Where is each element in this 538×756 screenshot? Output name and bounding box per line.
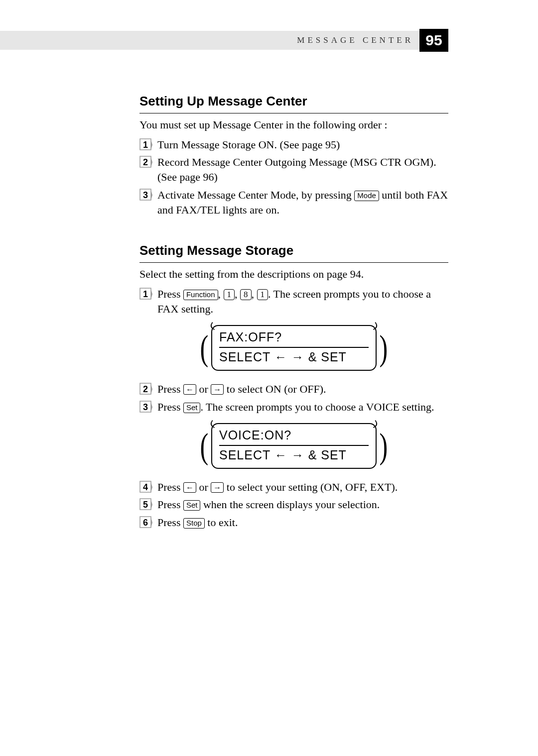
step-1: 1 Turn Message Storage ON. (See page 95) — [139, 137, 448, 152]
lcd-box: VOICE:ON? SELECT ← → & SET — [211, 423, 377, 469]
page: MESSAGE CENTER 95 Setting Up Message Cen… — [0, 0, 538, 756]
svg-marker-4 — [151, 157, 152, 167]
right-arrow-key: → — [211, 384, 224, 395]
lcd-line-1: VOICE:ON? — [219, 427, 369, 446]
step-3-pre: Activate Message Center Mode, by pressin… — [157, 189, 354, 201]
s2-step4-pre: Press — [157, 481, 183, 493]
step-3: 3 Activate Message Center Mode, by press… — [139, 188, 448, 217]
step-2: 2 Record Message Center Outgoing Message… — [139, 155, 448, 184]
function-key: Function — [183, 290, 218, 300]
svg-marker-7 — [151, 190, 152, 200]
key-8: 8 — [240, 289, 252, 300]
s2-step2-post: to select ON (or OFF). — [224, 383, 326, 395]
s2-step2-mid: or — [196, 383, 211, 395]
s2-step-3-text: Press Set. The screen prompts you to cho… — [157, 400, 448, 415]
step-number-1-icon: 1 — [139, 288, 152, 301]
step-number-2-icon: 2 — [139, 156, 152, 169]
svg-marker-16 — [151, 402, 152, 412]
left-arrow-key: ← — [183, 482, 196, 493]
intro-text: You must set up Message Center in the fo… — [139, 117, 448, 132]
header-section-label: MESSAGE CENTER — [297, 31, 413, 50]
svg-text:4: 4 — [143, 482, 148, 492]
s2-step2-pre: Press — [157, 383, 183, 395]
s2-step-2: 2 Press ← or → to select ON (or OFF). — [139, 382, 448, 397]
lcd-line-2: SELECT ← → & SET — [219, 447, 369, 464]
step-number-6-icon: 6 — [139, 516, 152, 529]
step-number-4-icon: 4 — [139, 481, 152, 494]
lcd-line-2: SELECT ← → & SET — [219, 349, 369, 366]
s2-step-4: 4 Press ← or → to select your setting (O… — [139, 480, 448, 495]
svg-marker-1 — [151, 140, 152, 150]
running-header: MESSAGE CENTER 95 — [0, 31, 448, 50]
s2-step-5-text: Press Set when the screen displays your … — [157, 497, 448, 512]
s2-step4-mid: or — [196, 481, 211, 493]
left-arrow-key: ← — [183, 384, 196, 395]
svg-marker-13 — [151, 384, 152, 394]
svg-text:1: 1 — [143, 140, 148, 150]
lcd-line-1: FAX:OFF? — [219, 329, 369, 348]
step-number-3-icon: 3 — [139, 401, 152, 414]
heading-setting-message-storage: Setting Message Storage — [139, 242, 448, 263]
svg-text:5: 5 — [143, 500, 148, 510]
top-margin — [0, 0, 538, 31]
step-3-text: Activate Message Center Mode, by pressin… — [157, 188, 448, 217]
svg-marker-22 — [151, 500, 152, 510]
svg-marker-19 — [151, 482, 152, 492]
s2-step3-post: . The screen prompts you to choose a VOI… — [200, 401, 434, 413]
s2-step6-pre: Press — [157, 516, 183, 529]
page-content: Setting Up Message Center You must set u… — [139, 50, 448, 530]
s2-step5-pre: Press — [157, 498, 183, 511]
s2-step5-post: when the screen displays your selection. — [200, 498, 380, 511]
s2-step-1: 1 Press Function, 1, 8, 1. The screen pr… — [139, 287, 448, 316]
heading-setting-up-message-center: Setting Up Message Center — [139, 93, 448, 113]
right-arrow-key: → — [211, 482, 224, 493]
s2-step-6-text: Press Stop to exit. — [157, 515, 448, 530]
step-number-5-icon: 5 — [139, 498, 152, 511]
step-number-3-icon: 3 — [139, 189, 152, 202]
lcd-box: FAX:OFF? SELECT ← → & SET — [211, 325, 377, 371]
page-number: 95 — [419, 29, 448, 52]
svg-marker-25 — [151, 518, 152, 528]
paren-right-icon: ) — [379, 428, 389, 464]
svg-text:6: 6 — [143, 518, 148, 528]
s2-step6-post: to exit. — [205, 516, 238, 529]
s2-step-6: 6 Press Stop to exit. — [139, 515, 448, 530]
key-1: 1 — [224, 289, 235, 300]
mode-key: Mode — [354, 191, 379, 201]
s2-step-2-text: Press ← or → to select ON (or OFF). — [157, 382, 448, 397]
svg-text:3: 3 — [143, 402, 148, 412]
set-key: Set — [183, 500, 201, 511]
comma3: , — [252, 288, 257, 300]
svg-text:2: 2 — [143, 157, 148, 167]
step-number-2-icon: 2 — [139, 383, 152, 396]
paren-left-icon: ( — [199, 330, 209, 366]
s2-step-5: 5 Press Set when the screen displays you… — [139, 497, 448, 512]
step-2-text: Record Message Center Outgoing Message (… — [157, 155, 448, 184]
set-key: Set — [183, 403, 201, 413]
s2-step-1-text: Press Function, 1, 8, 1. The screen prom… — [157, 287, 448, 316]
key-1b: 1 — [257, 289, 269, 300]
paren-right-icon: ) — [379, 330, 389, 366]
paren-left-icon: ( — [199, 428, 209, 464]
s2-step-4-text: Press ← or → to select your setting (ON,… — [157, 480, 448, 495]
svg-text:1: 1 — [143, 289, 148, 299]
svg-marker-10 — [151, 289, 152, 299]
step-1-text: Turn Message Storage ON. (See page 95) — [157, 137, 448, 152]
lcd-display-fax: ( FAX:OFF? SELECT ← → & SET ) — [139, 325, 448, 371]
svg-text:2: 2 — [143, 384, 148, 394]
intro-text-2: Select the setting from the descriptions… — [139, 267, 448, 282]
s2-step3-pre: Press — [157, 401, 183, 413]
svg-text:3: 3 — [143, 190, 148, 200]
stop-key: Stop — [183, 518, 205, 529]
comma1: , — [218, 288, 224, 300]
lcd-display-voice: ( VOICE:ON? SELECT ← → & SET ) — [139, 423, 448, 469]
step-number-1-icon: 1 — [139, 138, 152, 151]
s2-step4-post: to select your setting (ON, OFF, EXT). — [224, 481, 398, 493]
s2-step1-pre: Press — [157, 288, 183, 300]
comma2: , — [235, 288, 240, 300]
s2-step-3: 3 Press Set. The screen prompts you to c… — [139, 400, 448, 415]
